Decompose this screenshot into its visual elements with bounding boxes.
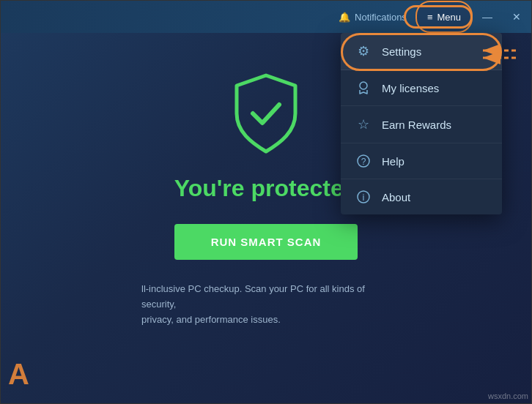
- question-icon: ?: [355, 154, 372, 168]
- menu-label: Menu: [437, 12, 461, 23]
- svg-text:i: i: [363, 192, 365, 203]
- close-icon: ✕: [512, 11, 521, 23]
- badge-icon: [355, 81, 372, 95]
- protected-text: You're protected: [174, 175, 358, 202]
- shield-container: [226, 70, 306, 160]
- close-button[interactable]: ✕: [502, 1, 531, 33]
- gear-icon: ⚙: [355, 43, 372, 59]
- dropdown-menu: ⚙ Settings My licenses ☆ Earn Rewards ?: [341, 33, 502, 214]
- description-line2: privacy, and performance issues.: [141, 314, 281, 325]
- menu-item-my-licenses-label: My licenses: [382, 82, 439, 94]
- window-controls: — ✕: [473, 1, 531, 33]
- menu-item-about[interactable]: i About: [341, 179, 502, 214]
- svg-text:?: ?: [361, 157, 366, 167]
- menu-button[interactable]: ≡ Menu: [415, 1, 473, 33]
- menu-item-earn-rewards-label: Earn Rewards: [382, 119, 451, 131]
- menu-lines-icon: ≡: [427, 12, 433, 23]
- avast-logo: A: [8, 359, 29, 389]
- menu-item-about-label: About: [382, 191, 410, 203]
- minimize-icon: —: [482, 11, 492, 23]
- notifications-label: Notifications: [355, 12, 407, 23]
- star-icon: ☆: [355, 116, 372, 132]
- app-window: 🔔 Notifications ≡ Menu — ✕ You're protec…: [0, 0, 532, 404]
- description-line1: ll-inclusive PC checkup. Scan your PC fo…: [141, 283, 365, 310]
- scan-button[interactable]: RUN SMART SCAN: [174, 224, 358, 260]
- scan-button-label: RUN SMART SCAN: [211, 236, 322, 248]
- minimize-button[interactable]: —: [473, 1, 502, 33]
- menu-item-help[interactable]: ? Help: [341, 143, 502, 179]
- notifications-button[interactable]: 🔔 Notifications: [330, 7, 415, 27]
- menu-item-settings-label: Settings: [382, 45, 421, 58]
- watermark: wsxdn.com: [488, 392, 528, 400]
- info-icon: i: [355, 190, 372, 204]
- shield-icon: [226, 70, 306, 157]
- menu-item-my-licenses[interactable]: My licenses: [341, 70, 502, 106]
- menu-item-help-label: Help: [382, 155, 404, 168]
- description: ll-inclusive PC checkup. Scan your PC fo…: [112, 282, 420, 327]
- bell-icon: 🔔: [339, 12, 350, 23]
- title-bar: 🔔 Notifications ≡ Menu — ✕: [1, 1, 531, 33]
- menu-item-earn-rewards[interactable]: ☆ Earn Rewards: [341, 106, 502, 143]
- menu-item-settings[interactable]: ⚙ Settings: [341, 33, 502, 70]
- svg-point-0: [360, 82, 367, 89]
